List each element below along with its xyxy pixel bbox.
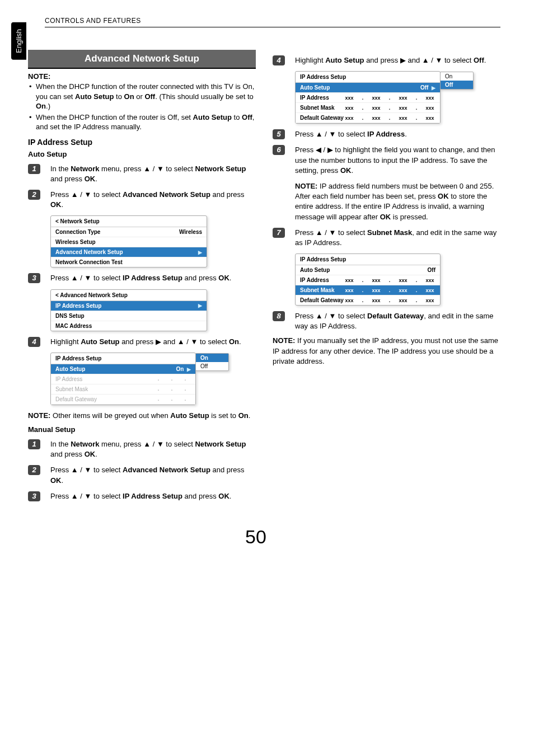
heading-auto-setup: Auto Setup — [28, 150, 256, 158]
ui-title: IP Address Setup — [296, 254, 440, 265]
right-column: 4 Highlight Auto Setup and press ▶ and ▲… — [273, 50, 500, 504]
step-text: Press ▲ / ▼ to select Default Gateway, a… — [295, 311, 500, 331]
chevron-right-icon: ▶ — [187, 367, 191, 372]
ui-title: < Advanced Network Setup — [51, 290, 207, 301]
menu-row[interactable]: Auto SetupOff — [296, 265, 440, 275]
dropdown-flyout: On Off — [195, 353, 229, 371]
heading-manual-setup: Manual Setup — [28, 425, 256, 434]
step-number-icon: 3 — [28, 491, 43, 501]
menu-row-disabled: Default Gateway... — [51, 395, 195, 405]
step-text: Press ▲ / ▼ to select Advanced Network S… — [50, 465, 256, 485]
dropdown-flyout: On Off — [440, 72, 474, 90]
step-number-icon: 6 — [273, 145, 287, 222]
menu-row[interactable]: Network Connection Test — [51, 257, 207, 267]
chevron-right-icon: ▶ — [432, 85, 435, 91]
ui-title: < Network Setup — [51, 216, 207, 227]
page-header: CONTROLS AND FEATURES — [45, 17, 500, 27]
step-number-icon: 4 — [273, 55, 287, 65]
note-label: NOTE: — [28, 72, 256, 81]
chevron-right-icon: ▶ — [198, 303, 202, 308]
flyout-option[interactable]: Off — [196, 362, 228, 370]
menu-row[interactable]: Default Gatewayxxx. xxx. xxx. xxx — [296, 113, 440, 123]
step-text: Highlight Auto Setup and press ▶ and ▲ /… — [295, 55, 500, 65]
menu-row[interactable]: Default Gatewayxxx. xxx. xxx. xxx — [296, 295, 440, 305]
note-item: When the DHCP function of the router is … — [28, 112, 256, 132]
step-number-icon: 1 — [28, 164, 43, 184]
step-text: Press ▲ / ▼ to select IP Address. — [295, 129, 500, 139]
menu-row-selected[interactable]: Subnet Maskxxx. xxx. xxx. xxx — [296, 285, 440, 295]
step-text: Press ▲ / ▼ to select IP Address Setup a… — [50, 273, 256, 283]
ui-title: IP Address Setup — [296, 72, 440, 83]
chevron-right-icon: ▶ — [198, 250, 202, 255]
flyout-option-selected[interactable]: Off — [441, 81, 473, 89]
step-text: In the Network menu, press ▲ / ▼ to sele… — [50, 439, 256, 459]
menu-row[interactable]: IP Addressxxx. xxx. xxx. xxx — [296, 93, 440, 103]
flyout-option[interactable]: On — [441, 72, 473, 81]
ui-advanced-network-menu: < Advanced Network Setup IP Address Setu… — [50, 289, 207, 331]
menu-row-selected[interactable]: Advanced Network Setup▶ — [51, 247, 207, 257]
ui-network-setup-menu: < Network Setup Connection TypeWireless … — [50, 215, 207, 267]
ui-ip-address-setup-subnet: IP Address Setup Auto SetupOff IP Addres… — [295, 253, 441, 306]
step-number-icon: 4 — [28, 337, 43, 347]
language-tab: English — [11, 22, 26, 60]
menu-row[interactable]: Subnet Maskxxx. xxx. xxx. xxx — [296, 103, 440, 113]
menu-row-disabled: IP Address... — [51, 374, 195, 384]
section-title: Advanced Network Setup — [28, 50, 256, 69]
ui-ip-address-setup-off: IP Address Setup Auto SetupOff ▶ IP Addr… — [295, 71, 441, 124]
menu-row[interactable]: Connection TypeWireless — [51, 227, 207, 237]
step-number-icon: 3 — [28, 273, 43, 283]
step-number-icon: 5 — [273, 129, 287, 139]
ui-title: IP Address Setup — [51, 353, 195, 364]
step-text: Press ▲ / ▼ to select IP Address Setup a… — [50, 491, 256, 501]
step-number-icon: 2 — [28, 190, 43, 210]
step-text: In the Network menu, press ▲ / ▼ to sele… — [50, 164, 256, 184]
step-number-icon: 2 — [28, 465, 43, 485]
menu-row-selected[interactable]: Auto SetupOn ▶ — [51, 364, 195, 374]
heading-ip-setup: IP Address Setup — [28, 138, 256, 147]
menu-row[interactable]: MAC Address — [51, 321, 207, 331]
step-text: Highlight Auto Setup and press ▶ and ▲ /… — [50, 337, 256, 347]
step-text: Press ◀ / ▶ to highlight the field you w… — [295, 145, 500, 222]
note-paragraph: NOTE: Other items will be greyed out whe… — [28, 411, 256, 421]
ui-ip-address-setup-on: IP Address Setup Auto SetupOn ▶ IP Addre… — [50, 353, 196, 405]
menu-row[interactable]: Wireless Setup — [51, 237, 207, 247]
menu-row-selected[interactable]: IP Address Setup▶ — [51, 301, 207, 311]
step-text: Press ▲ / ▼ to select Subnet Mask, and e… — [295, 228, 500, 248]
note-item: When the DHCP function of the router con… — [28, 82, 256, 111]
step-number-icon: 7 — [273, 228, 287, 248]
left-column: Advanced Network Setup NOTE: When the DH… — [28, 50, 256, 504]
menu-row[interactable]: DNS Setup — [51, 311, 207, 321]
step-number-icon: 1 — [28, 439, 43, 459]
menu-row-selected[interactable]: Auto SetupOff ▶ — [296, 83, 440, 93]
flyout-option-selected[interactable]: On — [196, 354, 228, 362]
note-paragraph: NOTE: If you manually set the IP address… — [273, 336, 500, 367]
step-number-icon: 8 — [273, 311, 287, 331]
page-number: 50 — [11, 526, 500, 548]
menu-row[interactable]: IP Addressxxx. xxx. xxx. xxx — [296, 275, 440, 285]
step-text: Press ▲ / ▼ to select Advanced Network S… — [50, 190, 256, 210]
menu-row-disabled: Subnet Mask... — [51, 384, 195, 395]
